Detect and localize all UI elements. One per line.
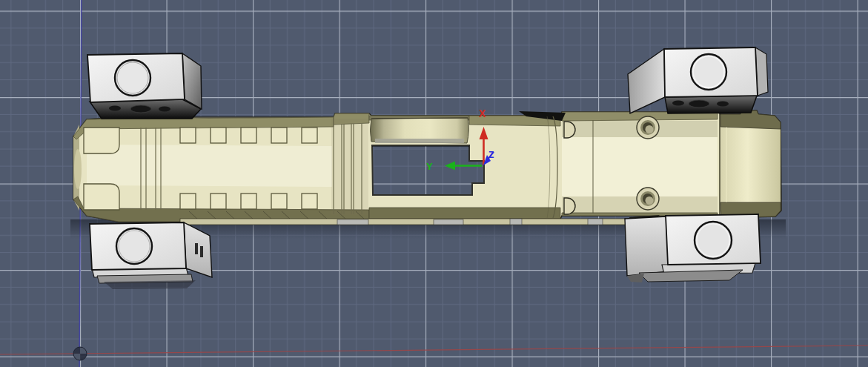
serration-panel-bottom: [84, 184, 119, 210]
clamp-block-bottom-right[interactable]: [625, 214, 761, 282]
block-bl-side-slot-2: [200, 246, 203, 257]
serration-panel-top: [84, 128, 119, 153]
block-tr-bore-inner: [693, 56, 724, 87]
d-cutout-top: [564, 122, 575, 138]
viewport-canvas[interactable]: Y X Z: [0, 0, 868, 367]
cad-viewport[interactable]: Y X Z: [0, 0, 868, 367]
block-tl-bore-inner: [117, 62, 148, 93]
end-cap[interactable]: [720, 110, 781, 218]
y-axis-label: Y: [426, 161, 433, 172]
block-bl-side-slot-1: [195, 243, 198, 254]
ridge-zone-shade: [331, 119, 368, 215]
left-highlight: [87, 145, 332, 187]
block-br-bore-inner: [697, 224, 729, 257]
block-bl-base-shadow: [104, 280, 196, 289]
screw-boss-bottom[interactable]: [637, 188, 659, 210]
d-cutout-bottom: [564, 198, 575, 214]
nose-highlight: [74, 149, 82, 189]
clamp-block-top-left[interactable]: [87, 53, 202, 119]
screw-boss-top[interactable]: [637, 116, 659, 139]
rear-panel-highlight: [562, 137, 718, 196]
origin-marker-icon[interactable]: [73, 347, 87, 360]
x-axis-label: X: [479, 108, 486, 119]
block-bl-bore-inner: [119, 231, 150, 262]
z-axis-label: Z: [488, 150, 494, 160]
recessed-channel[interactable]: [371, 118, 469, 143]
